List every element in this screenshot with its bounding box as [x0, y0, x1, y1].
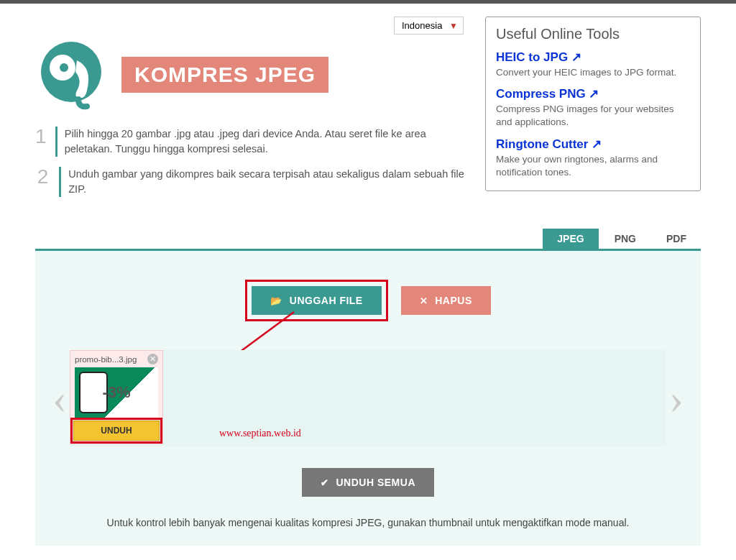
file-card-header: promo-bib...3.jpg ✕ — [70, 351, 162, 367]
tool-desc: Make your own ringtones, alarms and noti… — [496, 153, 690, 179]
format-tabs: JPEG PNG PDF — [35, 229, 701, 249]
tool-link-ringtone[interactable]: Ringtone Cutter ↗ — [496, 137, 602, 151]
file-name: promo-bib...3.jpg — [75, 355, 137, 364]
tool-desc: Convert your HEIC images to JPG format. — [496, 66, 690, 79]
window-top-border — [0, 0, 736, 4]
steps-list: 1 Pilih hingga 20 gambar .jpg atau .jpeg… — [35, 127, 471, 197]
tab-png[interactable]: PNG — [600, 229, 650, 249]
elephant-logo-icon — [35, 39, 107, 111]
step-2: 2 Unduh gambar yang dikompres baik secar… — [35, 167, 471, 197]
upload-button[interactable]: 📂 UNGGAH FILE — [252, 286, 381, 315]
folder-open-icon: 📂 — [270, 295, 282, 306]
page-container: Indonesia ▼ KOMPRES JPEG 1 Pil — [28, 17, 708, 560]
page-title: KOMPRES JPEG — [121, 57, 328, 93]
language-wrap: Indonesia ▼ — [35, 17, 471, 35]
file-card[interactable]: promo-bib...3.jpg ✕ -3% UNDUH — [70, 350, 163, 444]
tab-pdf[interactable]: PDF — [652, 229, 701, 249]
tools-title: Useful Online Tools — [496, 26, 690, 42]
step-1: 1 Pilih hingga 20 gambar .jpg atau .jpeg… — [35, 127, 471, 157]
tool-item: HEIC to JPG ↗ Convert your HEIC images t… — [496, 50, 690, 79]
clear-label: HAPUS — [435, 295, 472, 306]
download-all-label: UNDUH SEMUA — [336, 477, 416, 488]
annotation-highlight-upload: 📂 UNGGAH FILE — [245, 280, 387, 321]
step-text: Unduh gambar yang dikompres baik secara … — [59, 167, 471, 197]
header-row: Indonesia ▼ KOMPRES JPEG 1 Pil — [35, 17, 701, 207]
logo-title: KOMPRES JPEG — [35, 39, 471, 111]
annotation-highlight-download: UNDUH — [70, 418, 162, 444]
check-icon: ✔ — [321, 477, 329, 488]
tool-link-heic[interactable]: HEIC to JPG ↗ — [496, 50, 581, 64]
tools-sidebar: Useful Online Tools HEIC to JPG ↗ Conver… — [485, 17, 701, 191]
close-icon: ✕ — [420, 295, 428, 306]
tool-desc: Compress PNG images for your websites an… — [496, 103, 690, 129]
tool-link-compresspng[interactable]: Compress PNG ↗ — [496, 87, 599, 101]
tab-jpeg[interactable]: JPEG — [543, 229, 598, 249]
clear-button[interactable]: ✕ HAPUS — [401, 286, 491, 315]
carousel-next-button[interactable] — [666, 374, 686, 423]
download-all-row: ✔ UNDUH SEMUA — [50, 468, 686, 497]
download-file-button[interactable]: UNDUH — [73, 421, 160, 441]
watermark-text: www.septian.web.id — [219, 428, 301, 439]
work-area: 📂 UNGGAH FILE ✕ HAPUS promo-bib...3.jpg … — [35, 249, 701, 546]
tool-item: Ringtone Cutter ↗ Make your own ringtone… — [496, 137, 690, 179]
step-number: 2 — [35, 167, 50, 197]
svg-point-2 — [60, 63, 68, 72]
header-left: Indonesia ▼ KOMPRES JPEG 1 Pil — [35, 17, 471, 207]
step-text: Pilih hingga 20 gambar .jpg atau .jpeg d… — [55, 127, 471, 157]
remove-file-button[interactable]: ✕ — [147, 354, 158, 364]
tool-item: Compress PNG ↗ Compress PNG images for y… — [496, 86, 690, 129]
language-select[interactable]: Indonesia — [394, 17, 464, 35]
file-carousel: promo-bib...3.jpg ✕ -3% UNDUH — [50, 350, 686, 446]
step-number: 1 — [35, 127, 47, 157]
tools-box: Useful Online Tools HEIC to JPG ↗ Conver… — [485, 17, 701, 191]
carousel-prev-button[interactable] — [50, 374, 70, 423]
file-thumbnail[interactable]: -3% — [75, 367, 158, 418]
manual-mode-note: Untuk kontrol lebih banyak mengenai kual… — [50, 517, 686, 528]
upload-label: UNGGAH FILE — [290, 295, 363, 306]
compression-percent: -3% — [101, 383, 132, 402]
file-strip[interactable]: promo-bib...3.jpg ✕ -3% UNDUH — [70, 350, 666, 446]
download-all-button[interactable]: ✔ UNDUH SEMUA — [302, 468, 434, 497]
action-row: 📂 UNGGAH FILE ✕ HAPUS — [50, 280, 686, 321]
